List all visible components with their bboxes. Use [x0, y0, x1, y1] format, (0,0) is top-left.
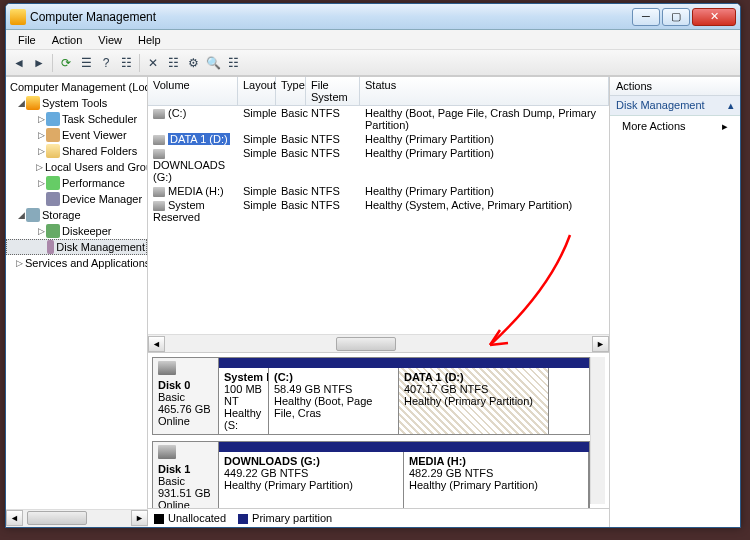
tree-device-manager[interactable]: Device Manager	[6, 191, 147, 207]
volume-row[interactable]: (C:)SimpleBasicNTFSHealthy (Boot, Page F…	[148, 106, 609, 132]
menubar: File Action View Help	[6, 30, 740, 50]
back-icon[interactable]: ◄	[10, 54, 28, 72]
maximize-button[interactable]: ▢	[662, 8, 690, 26]
col-fs[interactable]: File System	[306, 77, 360, 105]
tree-disk-management[interactable]: Disk Management	[6, 239, 147, 255]
actions-category[interactable]: Disk Management▴	[610, 96, 740, 116]
disk-info[interactable]: Disk 1Basic931.51 GBOnline	[153, 442, 219, 508]
disk-info[interactable]: Disk 0Basic465.76 GBOnline	[153, 358, 219, 434]
drive-icon	[153, 149, 165, 159]
actions-header: Actions	[610, 77, 740, 96]
partition-cell[interactable]: DATA 1 (D:)407.17 GB NTFSHealthy (Primar…	[399, 368, 549, 434]
scroll-thumb[interactable]	[336, 337, 396, 351]
partition-cell[interactable]: System Re100 MB NTHealthy (S:	[219, 368, 269, 434]
tree-diskeeper[interactable]: ▷Diskeeper	[6, 223, 147, 239]
drive-icon	[153, 109, 165, 119]
disk-icon	[158, 361, 176, 375]
tree-performance[interactable]: ▷Performance	[6, 175, 147, 191]
tree-system-tools[interactable]: ◢System Tools	[6, 95, 147, 111]
disk-row: Disk 1Basic931.51 GBOnlineDOWNLOADS (G:)…	[152, 441, 590, 508]
scroll-left-icon[interactable]: ◄	[148, 336, 165, 352]
scroll-left-icon[interactable]: ◄	[6, 510, 23, 526]
volume-row[interactable]: DOWNLOADS (G:)SimpleBasicNTFSHealthy (Pr…	[148, 146, 609, 184]
chevron-right-icon: ▸	[722, 120, 728, 133]
actions-panel: Actions Disk Management▴ More Actions▸	[610, 77, 740, 527]
actions-more[interactable]: More Actions▸	[610, 116, 740, 137]
window-title: Computer Management	[30, 10, 632, 24]
tree-task-scheduler[interactable]: ▷Task Scheduler	[6, 111, 147, 127]
tree-root[interactable]: Computer Management (Local	[6, 79, 147, 95]
main-panel: Volume Layout Type File System Status (C…	[148, 77, 610, 527]
col-volume[interactable]: Volume	[148, 77, 238, 105]
settings-icon[interactable]: ☷	[164, 54, 182, 72]
volume-row[interactable]: System ReservedSimpleBasicNTFSHealthy (S…	[148, 198, 609, 224]
col-type[interactable]: Type	[276, 77, 306, 105]
partition-cell[interactable]: DOWNLOADS (G:)449.22 GB NTFSHealthy (Pri…	[219, 452, 404, 508]
volume-list: Volume Layout Type File System Status (C…	[148, 77, 609, 353]
menu-action[interactable]: Action	[44, 32, 91, 48]
partition-cell[interactable]: MEDIA (H:)482.29 GB NTFSHealthy (Primary…	[404, 452, 589, 508]
col-layout[interactable]: Layout	[238, 77, 276, 105]
view-icon[interactable]: ☷	[224, 54, 242, 72]
help-icon[interactable]: ?	[97, 54, 115, 72]
collapse-icon: ▴	[728, 99, 734, 112]
volume-header: Volume Layout Type File System Status	[148, 77, 609, 106]
window: Computer Management ─ ▢ ✕ File Action Vi…	[5, 3, 741, 528]
volume-row[interactable]: DATA 1 (D:)SimpleBasicNTFSHealthy (Prima…	[148, 132, 609, 146]
drive-icon	[153, 135, 165, 145]
legend: Unallocated Primary partition	[148, 508, 609, 527]
forward-icon[interactable]: ►	[30, 54, 48, 72]
disk-icon	[158, 445, 176, 459]
volume-hscroll[interactable]: ◄ ►	[148, 334, 609, 352]
partition-cell[interactable]: (C:)58.49 GB NTFSHealthy (Boot, Page Fil…	[269, 368, 399, 434]
volume-row[interactable]: MEDIA (H:)SimpleBasicNTFSHealthy (Primar…	[148, 184, 609, 198]
tree-storage[interactable]: ◢Storage	[6, 207, 147, 223]
legend-primary-swatch	[238, 514, 248, 524]
menu-file[interactable]: File	[10, 32, 44, 48]
action-icon[interactable]: ⚙	[184, 54, 202, 72]
refresh-icon[interactable]: ⟳	[57, 54, 75, 72]
drive-icon	[153, 187, 165, 197]
minimize-button[interactable]: ─	[632, 8, 660, 26]
tree-shared-folders[interactable]: ▷Shared Folders	[6, 143, 147, 159]
find-icon[interactable]: 🔍	[204, 54, 222, 72]
col-status[interactable]: Status	[360, 77, 609, 105]
toolbar: ◄ ► ⟳ ☰ ? ☷ ✕ ☷ ⚙ 🔍 ☷	[6, 50, 740, 76]
drive-icon	[153, 201, 165, 211]
tree-services[interactable]: ▷Services and Applications	[6, 255, 147, 271]
delete-icon[interactable]: ✕	[144, 54, 162, 72]
graphical-vscroll[interactable]	[590, 357, 605, 504]
close-button[interactable]: ✕	[692, 8, 736, 26]
tree-hscroll[interactable]: ◄ ►	[6, 509, 148, 527]
graphical-view: Disk 0Basic465.76 GBOnlineSystem Re100 M…	[148, 353, 609, 508]
app-icon	[10, 9, 26, 25]
menu-help[interactable]: Help	[130, 32, 169, 48]
titlebar[interactable]: Computer Management ─ ▢ ✕	[6, 4, 740, 30]
scroll-right-icon[interactable]: ►	[592, 336, 609, 352]
legend-unallocated-swatch	[154, 514, 164, 524]
tree-event-viewer[interactable]: ▷Event Viewer	[6, 127, 147, 143]
scroll-thumb[interactable]	[27, 511, 87, 525]
export-icon[interactable]: ☷	[117, 54, 135, 72]
properties-icon[interactable]: ☰	[77, 54, 95, 72]
menu-view[interactable]: View	[90, 32, 130, 48]
disk-row: Disk 0Basic465.76 GBOnlineSystem Re100 M…	[152, 357, 590, 435]
scroll-right-icon[interactable]: ►	[131, 510, 148, 526]
tree-panel: Computer Management (Local ◢System Tools…	[6, 77, 148, 527]
tree-local-users[interactable]: ▷Local Users and Groups	[6, 159, 147, 175]
